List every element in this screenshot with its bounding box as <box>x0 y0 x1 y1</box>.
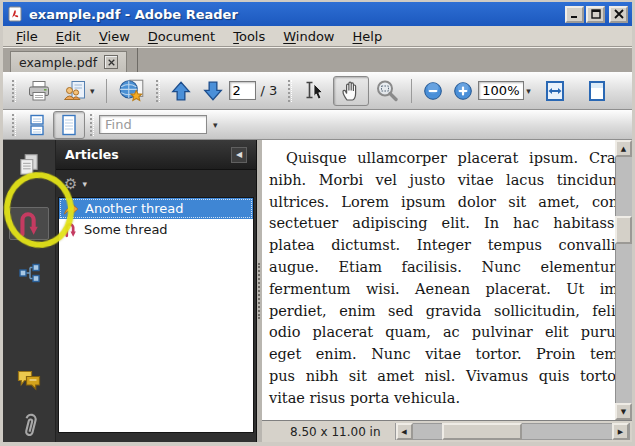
scrolling-pages-icon <box>26 114 48 136</box>
vertical-scroll-thumb[interactable] <box>615 216 632 244</box>
minimize-icon <box>570 9 580 19</box>
page-count-label: / 3 <box>261 83 278 98</box>
current-thread-arrow-icon <box>63 201 79 217</box>
pdf-app-icon <box>7 6 23 22</box>
scroll-down-button[interactable]: ▼ <box>615 403 632 420</box>
gear-icon[interactable]: ⚙ <box>64 175 77 193</box>
close-icon <box>108 59 115 66</box>
vertical-scrollbar[interactable]: ▲ ▼ <box>615 140 632 420</box>
pages-panel-button[interactable] <box>9 148 49 181</box>
list-item-another-thread[interactable]: Another thread <box>59 198 253 219</box>
single-page-mode-button[interactable] <box>53 111 85 139</box>
hand-tool-button[interactable] <box>333 76 369 106</box>
text-line: vitae risus porta vehicula. <box>269 388 623 410</box>
toolbar-separator <box>106 79 107 103</box>
web-capture-button[interactable] <box>113 75 151 107</box>
title-bar[interactable]: example.pdf - Adobe Reader <box>3 2 632 26</box>
scroll-right-icon: ▶ <box>618 428 623 436</box>
scroll-up-icon: ▲ <box>621 145 626 153</box>
options-dropdown-arrow[interactable]: ▾ <box>82 179 87 189</box>
toolbar-grip[interactable] <box>12 80 16 102</box>
attachments-panel-button[interactable] <box>9 409 49 442</box>
articles-panel-button[interactable] <box>9 207 49 240</box>
document-column: Quisque ullamcorper placerat ipsum. Cras… <box>262 140 632 442</box>
fit-page-button[interactable] <box>581 77 613 105</box>
tab-example-pdf[interactable]: example.pdf <box>10 51 127 72</box>
previous-page-button[interactable] <box>165 77 197 105</box>
panel-collapse-button[interactable]: ◀ <box>231 147 247 163</box>
menu-help[interactable]: Help <box>344 28 392 45</box>
scroll-left-icon: ◀ <box>401 428 406 436</box>
menu-bar: File Edit View Document Tools Window Hel… <box>3 26 632 47</box>
web-capture-icon <box>118 78 146 104</box>
print-button[interactable] <box>21 76 57 106</box>
tab-divider <box>137 48 138 72</box>
zoom-in-icon <box>453 81 473 101</box>
document-page[interactable]: Quisque ullamcorper placerat ipsum. Cras… <box>262 140 632 421</box>
marquee-zoom-button[interactable] <box>369 76 405 106</box>
toolbar-grip[interactable] <box>156 80 160 102</box>
panel-title: Articles <box>65 147 231 162</box>
scrolling-mode-button[interactable] <box>21 111 53 139</box>
adobe-reader-window: example.pdf - Adobe Reader File Edit Vie… <box>0 0 635 446</box>
find-options-arrow[interactable]: ▾ <box>213 120 218 130</box>
menu-view[interactable]: View <box>90 28 139 45</box>
main-area: Articles ◀ ⚙ ▾ Another thread <box>3 140 632 442</box>
close-button[interactable] <box>609 6 628 23</box>
menu-file[interactable]: File <box>7 28 47 45</box>
zoom-in-button[interactable] <box>448 78 478 104</box>
toolbar-separator <box>411 79 412 103</box>
find-input[interactable] <box>99 115 207 134</box>
toolbar-grip[interactable] <box>288 80 292 102</box>
page-number-input[interactable] <box>229 81 256 100</box>
article-thread-icon <box>63 222 78 238</box>
zoom-out-button[interactable] <box>418 78 448 104</box>
text-line: nibh. Morbi vel justo vitae lacus tincid… <box>269 170 623 192</box>
toolbar-grip[interactable] <box>90 114 94 136</box>
collapse-arrow-icon: ◀ <box>236 150 242 159</box>
fit-width-icon <box>544 80 566 102</box>
text-line: perdiet, enim sed gravida sollicitudin, … <box>269 301 623 323</box>
panel-options-bar: ⚙ ▾ <box>56 170 256 197</box>
thread-label: Some thread <box>84 222 168 237</box>
scroll-right-button[interactable]: ▶ <box>612 423 629 440</box>
horizontal-scrollbar[interactable]: ◀ ▶ <box>395 423 630 440</box>
next-page-button[interactable] <box>197 77 229 105</box>
maximize-button[interactable] <box>586 6 605 23</box>
scroll-up-button[interactable]: ▲ <box>615 140 632 157</box>
text-line: Quisque ullamcorper placerat ipsum. Cras <box>269 148 623 170</box>
tree-icon <box>17 261 41 285</box>
chevron-down-icon[interactable]: ▾ <box>90 86 95 96</box>
tab-bar: example.pdf <box>3 47 632 72</box>
menu-document[interactable]: Document <box>139 28 224 45</box>
printer-icon <box>26 79 52 103</box>
collaborate-button[interactable]: ▾ <box>57 76 100 106</box>
list-item-some-thread[interactable]: Some thread <box>59 219 253 240</box>
scroll-down-icon: ▼ <box>621 408 626 416</box>
fit-width-button[interactable] <box>539 77 571 105</box>
select-tool-button[interactable] <box>297 76 333 106</box>
hand-tool-icon <box>338 79 364 103</box>
fit-page-icon <box>586 80 608 102</box>
zoom-level-input[interactable] <box>478 81 524 100</box>
tab-close-button[interactable] <box>104 55 118 69</box>
single-page-icon <box>58 114 80 136</box>
pages-icon <box>16 152 42 178</box>
menu-window[interactable]: Window <box>274 28 343 45</box>
articles-panel-header: Articles ◀ <box>56 140 256 170</box>
horizontal-scroll-thumb[interactable] <box>442 423 522 440</box>
comments-icon <box>16 369 42 391</box>
marquee-zoom-icon <box>374 79 400 103</box>
page-size-label: 8.50 x 11.00 in <box>290 425 381 439</box>
scroll-left-button[interactable]: ◀ <box>396 423 413 440</box>
minimize-button[interactable] <box>565 6 584 23</box>
model-tree-panel-button[interactable] <box>9 256 49 289</box>
zoom-dropdown-arrow[interactable]: ▾ <box>526 86 531 96</box>
toolbar-grip[interactable] <box>12 114 16 136</box>
select-tool-icon <box>302 79 328 103</box>
menu-edit[interactable]: Edit <box>47 28 90 45</box>
comments-panel-button[interactable] <box>9 364 49 397</box>
text-line: augue. Etiam facilisis. Nunc elementum <box>269 257 623 279</box>
menu-tools[interactable]: Tools <box>224 28 274 45</box>
navigation-pane <box>3 140 56 442</box>
